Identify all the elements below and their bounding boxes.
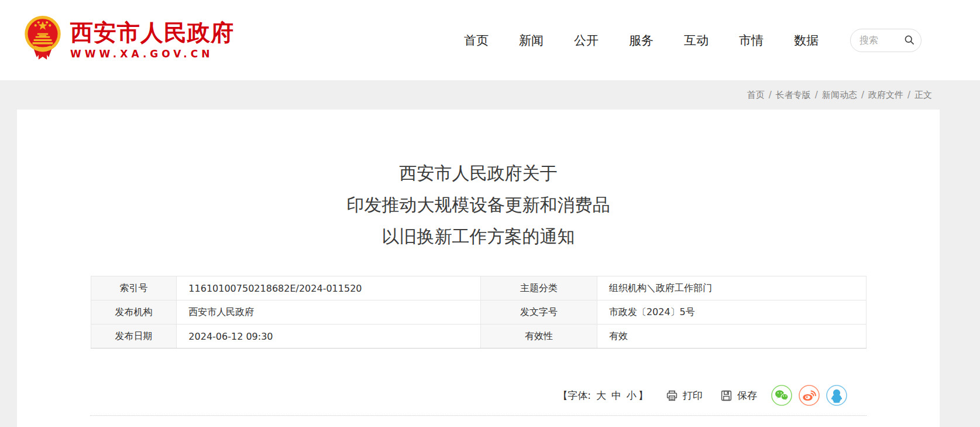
font-size-controls: 【字体: 大 中 小 】 bbox=[558, 389, 648, 402]
meta-value-document-number: 市政发〔2024〕5号 bbox=[597, 300, 866, 324]
title-line: 印发推动大规模设备更新和消费品 bbox=[17, 189, 940, 221]
save-icon bbox=[720, 390, 733, 402]
search-input[interactable] bbox=[858, 34, 900, 46]
nav-item-data[interactable]: 数据 bbox=[794, 32, 819, 49]
title-line: 以旧换新工作方案的通知 bbox=[17, 221, 940, 252]
share-buttons bbox=[771, 385, 847, 406]
table-row: 发布日期 2024-06-12 09:30 有效性 有效 bbox=[91, 324, 866, 349]
share-weibo-button[interactable] bbox=[799, 385, 820, 406]
site-url: WWW.XA.GOV.CN bbox=[70, 48, 234, 60]
nav-item-services[interactable]: 服务 bbox=[629, 32, 654, 49]
meta-value-index-number: 11610100750218682E/2024-011520 bbox=[177, 276, 481, 300]
meta-label-topic-category: 主题分类 bbox=[481, 276, 597, 300]
weibo-icon bbox=[799, 385, 820, 406]
breadcrumb: 首页/长者专版/新闻动态/政府文件/正文 bbox=[0, 80, 980, 110]
nav-item-city[interactable]: 市情 bbox=[739, 32, 764, 49]
save-button[interactable]: 保存 bbox=[720, 389, 757, 402]
site-name: 西安市人民政府 bbox=[70, 21, 234, 46]
meta-label-index-number: 索引号 bbox=[91, 276, 177, 300]
breadcrumb-gov-documents[interactable]: 政府文件 bbox=[868, 90, 903, 100]
table-row: 发布机构 西安市人民政府 发文字号 市政发〔2024〕5号 bbox=[91, 300, 866, 324]
font-medium-button[interactable]: 中 bbox=[611, 389, 621, 402]
printer-icon bbox=[666, 390, 678, 402]
share-wechat-button[interactable] bbox=[771, 385, 792, 406]
breadcrumb-separator: / bbox=[769, 90, 772, 100]
site-logo[interactable]: 西安市人民政府 WWW.XA.GOV.CN bbox=[23, 15, 234, 66]
meta-label-issuing-agency: 发布机构 bbox=[91, 300, 177, 324]
breadcrumb-senior-edition[interactable]: 长者专版 bbox=[776, 90, 811, 100]
meta-value-publish-date: 2024-06-12 09:30 bbox=[177, 324, 481, 349]
breadcrumb-separator: / bbox=[861, 90, 864, 100]
site-header: 西安市人民政府 WWW.XA.GOV.CN 首页 新闻 公开 服务 互动 市情 … bbox=[0, 0, 980, 80]
section-divider bbox=[90, 415, 866, 416]
font-small-button[interactable]: 小 bbox=[627, 389, 637, 402]
page-background: 首页/长者专版/新闻动态/政府文件/正文 西安市人民政府关于 印发推动大规模设备… bbox=[0, 80, 980, 427]
search-icon[interactable] bbox=[904, 35, 915, 46]
main-nav: 首页 新闻 公开 服务 互动 市情 数据 bbox=[464, 32, 819, 49]
logo-text: 西安市人民政府 WWW.XA.GOV.CN bbox=[70, 21, 234, 60]
nav-item-home[interactable]: 首页 bbox=[464, 32, 489, 49]
wechat-icon bbox=[771, 385, 792, 406]
meta-label-document-number: 发文字号 bbox=[481, 300, 597, 324]
meta-label-validity: 有效性 bbox=[481, 324, 597, 349]
title-line: 西安市人民政府关于 bbox=[17, 158, 940, 189]
font-large-button[interactable]: 大 bbox=[596, 389, 606, 402]
print-label: 打印 bbox=[683, 389, 703, 402]
table-row: 索引号 11610100750218682E/2024-011520 主题分类 … bbox=[91, 276, 866, 300]
breadcrumb-separator: / bbox=[815, 90, 818, 100]
article-toolbar: 【字体: 大 中 小 】 打印 保存 bbox=[17, 385, 940, 406]
meta-value-topic-category: 组织机构＼政府工作部门 bbox=[597, 276, 866, 300]
meta-label-publish-date: 发布日期 bbox=[91, 324, 177, 349]
breadcrumb-separator: / bbox=[907, 90, 910, 100]
font-size-label: 【字体: bbox=[558, 389, 591, 402]
breadcrumb-news[interactable]: 新闻动态 bbox=[822, 90, 857, 100]
share-qq-button[interactable] bbox=[826, 385, 847, 406]
meta-value-validity: 有效 bbox=[597, 324, 866, 349]
nav-item-interact[interactable]: 互动 bbox=[684, 32, 709, 49]
breadcrumb-home[interactable]: 首页 bbox=[747, 90, 765, 100]
breadcrumb-current: 正文 bbox=[914, 90, 932, 100]
save-label: 保存 bbox=[737, 389, 757, 402]
print-button[interactable]: 打印 bbox=[666, 389, 703, 402]
article-card: 西安市人民政府关于 印发推动大规模设备更新和消费品 以旧换新工作方案的通知 索引… bbox=[17, 110, 940, 427]
national-emblem-icon bbox=[23, 15, 62, 66]
nav-item-news[interactable]: 新闻 bbox=[519, 32, 544, 49]
meta-value-issuing-agency: 西安市人民政府 bbox=[177, 300, 481, 324]
nav-item-open[interactable]: 公开 bbox=[574, 32, 599, 49]
meta-table: 索引号 11610100750218682E/2024-011520 主题分类 … bbox=[91, 276, 866, 349]
qq-icon bbox=[826, 385, 847, 406]
page-title: 西安市人民政府关于 印发推动大规模设备更新和消费品 以旧换新工作方案的通知 bbox=[17, 158, 940, 252]
font-size-label-suffix: 】 bbox=[638, 389, 648, 402]
search-box[interactable] bbox=[850, 29, 921, 52]
